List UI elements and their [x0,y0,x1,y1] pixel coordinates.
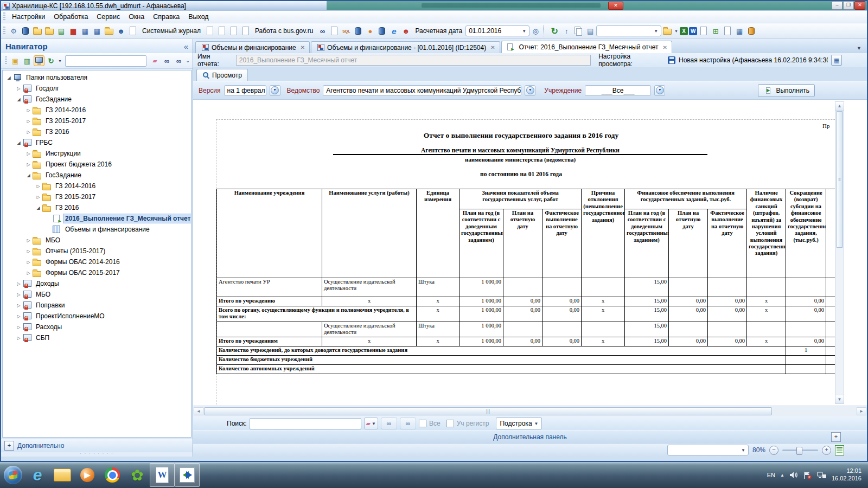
expand-extra-icon[interactable]: + [4,441,14,451]
report-mode-icon[interactable] [835,445,844,455]
monitor-view-icon[interactable] [34,55,44,66]
status-combo[interactable]: ▼ [667,445,749,455]
tree-item[interactable]: ▷ Инструкции [3,148,191,159]
tree-item[interactable]: Объемы и финансирование [3,224,191,235]
vertical-scrollbar-thumb[interactable]: ≡ [836,111,843,248]
tree-item[interactable]: ▷ СБП [3,332,191,343]
vertical-scrollbar[interactable]: ▲ ≡ ▼ [835,101,844,404]
journal-icon[interactable]: ▤ [56,25,67,36]
tab-volumes-financing-dated[interactable]: Объемы и финансирование - [01.01.2016] (… [311,41,500,53]
tree-expander-icon[interactable]: ▷ [25,108,31,113]
tree-expander-icon[interactable]: ◢ [25,173,31,178]
folders-lock-icon[interactable]: ▣ [10,55,21,66]
database-orange-icon[interactable] [746,25,757,36]
zoom-slider[interactable] [782,450,818,451]
speaker-icon[interactable] [789,471,798,479]
ie-icon[interactable]: e [388,25,399,36]
media-player-taskbar-icon[interactable]: ▶ [75,463,100,487]
horizontal-scrollbar-thumb[interactable]: ||| [204,407,772,415]
background-close-button[interactable]: ✕ [608,2,623,10]
calendar-clock-icon[interactable]: ◔ [127,25,138,36]
copy-icon[interactable] [573,25,584,36]
tree-item[interactable]: ◢ ГосЗадание [3,94,191,105]
minimize-button[interactable]: – [832,1,843,10]
menu-item[interactable]: Окна [124,12,149,22]
zoom-slider-handle[interactable] [796,447,802,455]
tree-expander-icon[interactable]: ▷ [25,151,31,156]
tree-expander-icon[interactable]: ▷ [25,162,31,167]
sql-icon[interactable]: SQL [341,25,352,36]
table-edit-icon[interactable]: ▦ [92,25,103,36]
chrome-taskbar-icon[interactable] [100,463,125,487]
find-previous-button[interactable]: ∞ [381,418,397,429]
tree-item[interactable]: ▷ Поправки [3,300,191,311]
views-icon[interactable]: ▥ [22,55,33,66]
language-indicator[interactable]: EN [767,472,775,478]
settings-tools-icon[interactable]: ⚙ [8,25,19,36]
version-dropdown-button[interactable]: ▼ [270,85,280,96]
page-download-icon[interactable]: ↓ [698,25,709,36]
tree-item[interactable]: ◢ ГосЗадание [3,170,191,181]
tree-expander-icon[interactable]: ◢ [35,206,41,210]
tree-item[interactable]: 2016_Выполнение ГЗ_Месячный отчет [3,213,191,224]
show-hidden-icons[interactable]: ▲ [780,473,784,478]
navigator-extra-bar[interactable]: + Дополнительно [1,439,193,452]
tree-expander-icon[interactable]: ▷ [25,271,31,275]
export-page-icon[interactable]: ↗ [722,25,733,36]
tree-expander-icon[interactable]: ◢ [16,97,22,102]
sphere-icon[interactable]: ● [365,25,375,36]
tree-item[interactable]: ▷ МБО [3,235,191,246]
department-combo[interactable]: Агентство печати и массовых коммуникаций… [323,85,521,96]
tree-item[interactable]: ▷ Расходы [3,322,191,332]
zoom-in-button[interactable]: + [822,446,831,455]
menu-item[interactable]: Обработка [49,12,92,22]
tree-expander-icon[interactable]: ◢ [16,140,22,145]
user-icon[interactable]: ☻ [116,25,126,36]
binoculars-icon[interactable]: ∞ [317,25,328,36]
folder-export-icon[interactable]: ↑ [44,25,55,36]
date-target-icon[interactable]: ◎ [530,25,541,36]
expand-panel-icon[interactable]: + [831,432,841,442]
menu-item[interactable]: Выход [184,12,213,22]
table-row[interactable]: Осуществление издательской деятельностиШ… [217,322,835,337]
chevron-down-icon[interactable]: ▼ [522,29,526,34]
excel-export-icon[interactable]: X [680,27,688,35]
open-folder-icon[interactable] [104,25,114,36]
database-user-icon[interactable]: • [353,25,363,36]
zoom-out-button[interactable]: − [769,446,778,455]
find-next-button[interactable]: ∞ [400,418,416,429]
tree-item[interactable]: ▷ Формы ОБАС 2014-2016 [3,256,191,267]
tree-expander-icon[interactable]: ▷ [25,238,31,243]
table-row[interactable]: Всего по органу, осуществляющему функции… [217,306,835,322]
menu-item[interactable]: Сервис [92,12,124,22]
table-row[interactable]: Количество учреждений, до которых доводя… [217,346,835,355]
institution-combo[interactable]: ___Все___ [585,85,651,96]
extra-panel-bar[interactable]: Дополнительная панель + [193,431,867,443]
save-settings-icon[interactable] [668,56,675,64]
refresh-icon[interactable]: ↻ [549,25,560,36]
table-row[interactable]: Агентство печати УРОсуществление издател… [217,278,835,297]
menu-item[interactable]: Настройки [8,12,49,22]
page-edit-icon[interactable]: ✎ [228,25,239,36]
search-input[interactable] [250,418,361,429]
download-icon[interactable]: ↓ [240,25,251,36]
find-next-icon[interactable]: ∞ [173,55,184,66]
grid-window-icon[interactable]: ▦ [734,25,745,36]
page-run-icon[interactable]: ▶ [329,25,340,36]
tree-expander-icon[interactable]: ▷ [25,130,31,134]
start-button[interactable] [1,463,25,487]
table-row[interactable]: Итого по учреждениюxx1 000,000,000,00x15… [217,297,835,306]
tree-expander-icon[interactable]: ◢ [6,75,12,80]
scroll-right-icon[interactable]: ► [857,407,866,415]
tree-item[interactable]: ▷ МБО [3,289,191,300]
restore-button[interactable]: ❐ [843,1,854,10]
tab-volumes-financing[interactable]: Объемы и финансирование ✕ [195,41,310,53]
tree-expander-icon[interactable]: ▷ [35,195,41,200]
export-dropdown-icon[interactable]: ▾ [674,25,679,36]
settings-grid-button[interactable]: ▦ [831,55,842,66]
database-word-icon[interactable]: W [376,25,387,36]
tab-overflow-icon[interactable]: ▼ [857,46,865,53]
table-row[interactable]: Количество бюджетных учреждений [217,355,835,364]
case-checkbox[interactable] [446,420,454,427]
find-icon[interactable]: ∞ [161,55,172,66]
